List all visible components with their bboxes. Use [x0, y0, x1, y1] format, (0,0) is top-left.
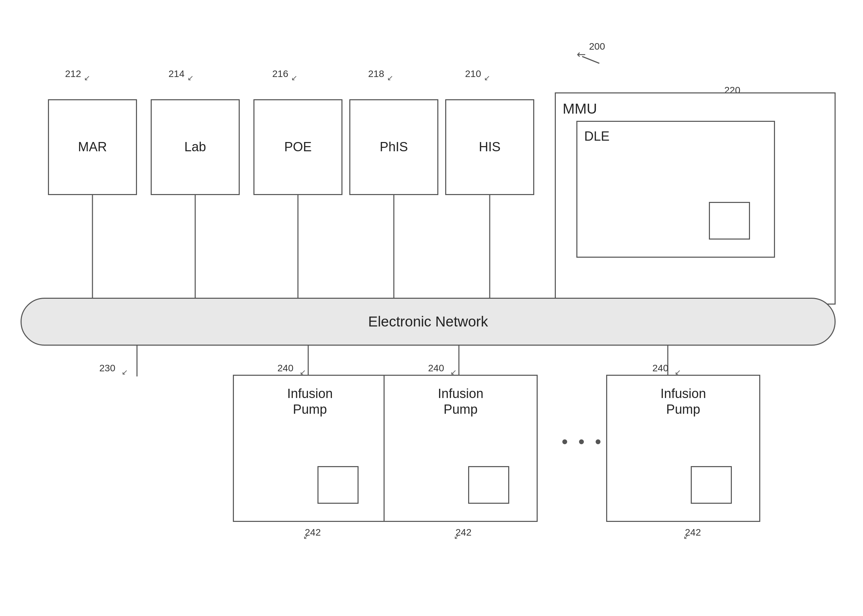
ref-214-arrow: ↙	[187, 74, 194, 82]
ref-210-arrow: ↙	[484, 74, 490, 82]
ref-218: 218	[368, 68, 384, 79]
ref-214: 214	[169, 68, 184, 79]
infusion-pump-3: Infusion Pump	[606, 375, 760, 522]
pump1-module	[318, 466, 359, 504]
ref-240c: 240	[652, 363, 668, 374]
ref-240a: 240	[277, 363, 293, 374]
ref-230: 230	[99, 363, 115, 374]
ref-218-arrow: ↙	[387, 74, 393, 82]
network-band: Electronic Network	[20, 298, 836, 346]
pump2-module	[468, 466, 509, 504]
ref-242a-arrow: ↙	[303, 532, 309, 541]
ref-230-arrow: ↙	[121, 368, 128, 377]
pump3-module	[691, 466, 732, 504]
his-box: HIS	[445, 99, 534, 195]
ref-200-arrow: ↙	[574, 47, 590, 62]
phis-box: PhIS	[349, 99, 438, 195]
ref-210: 210	[465, 68, 481, 79]
mar-box: MAR	[48, 99, 137, 195]
lab-box: Lab	[151, 99, 240, 195]
dle-box: DLE	[576, 121, 775, 258]
ref-212: 212	[65, 68, 81, 79]
infusion-pump-1: Infusion Pump	[233, 375, 387, 522]
poe-box: POE	[254, 99, 342, 195]
ref-216: 216	[272, 68, 288, 79]
infusion-pump-2: Infusion Pump	[384, 375, 538, 522]
ref-240b: 240	[428, 363, 444, 374]
ellipsis: • • •	[562, 431, 604, 452]
ref-200-label: 200	[589, 41, 605, 52]
diagram: 200 ↙ 212 ↙ 214 ↙ 216 ↙ 218 ↙ 210 ↙ 220 …	[0, 0, 863, 616]
mmu-box: MMU DLE	[555, 93, 836, 305]
ref-242c-arrow: ↙	[683, 532, 689, 541]
dle-inner-module	[709, 202, 750, 240]
ref-212-arrow: ↙	[84, 74, 90, 82]
ref-242b-arrow: ↙	[454, 532, 460, 541]
ref-216-arrow: ↙	[291, 74, 297, 82]
